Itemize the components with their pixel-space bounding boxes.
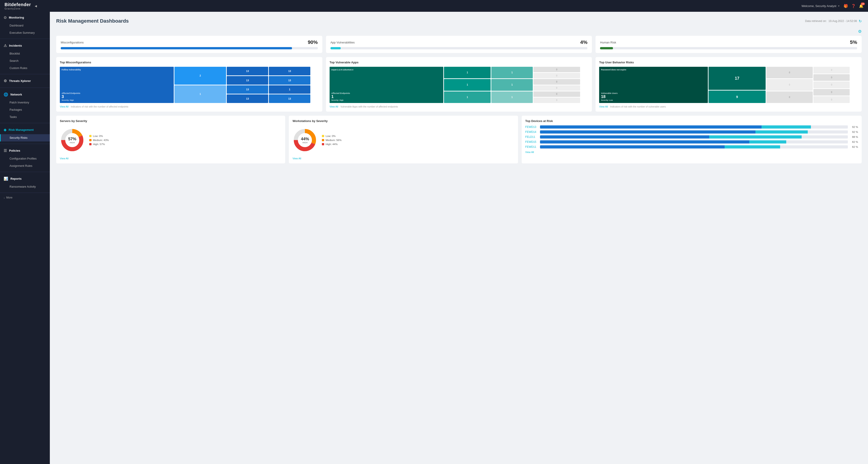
servers-donut-pct: 57%	[68, 137, 76, 141]
sidebar-collapse-btn[interactable]: ◀	[35, 4, 37, 8]
ws-legend-medium-dot	[322, 139, 324, 141]
sidebar-item-patch-inventory[interactable]: Patch Inventory	[0, 99, 50, 106]
workstations-legend-medium-label: Medium: 56%	[326, 139, 341, 141]
sidebar-threats-label: Threats Xplorer	[9, 79, 31, 82]
sidebar-item-security-risks[interactable]: Security Risks	[0, 134, 50, 141]
bottom-row: Servers by Severity	[56, 115, 862, 163]
tm-cell-13b: 13	[227, 76, 268, 85]
device-name-feld11[interactable]: FELD11	[525, 135, 538, 138]
risk-icon: ◈	[4, 128, 6, 132]
sidebar-header-incidents[interactable]: ⚠ Incidents	[0, 41, 50, 50]
servers-legend-high-label: High: 57%	[93, 143, 105, 145]
sidebar-item-dashboard[interactable]: Dashboard	[0, 22, 50, 29]
notification-icon[interactable]: 🔔 18	[859, 4, 864, 8]
user-behavior-view-all[interactable]: View All	[599, 105, 608, 108]
user-label: Welcome, Security Analyst	[801, 4, 836, 8]
metric-misconfigurations-fill	[61, 47, 292, 49]
device-name-fewd13[interactable]: FEWD13	[525, 125, 538, 129]
tm-cell-13g: 13	[269, 94, 310, 103]
ub-cell-0e: 0	[813, 74, 850, 81]
tm-cell-13e: 13	[269, 67, 310, 75]
data-retrieved: Data retrieved on: 19.Aug.2022 - 14:52:0…	[805, 19, 862, 23]
metric-app-vuln-value: 4%	[580, 39, 588, 45]
device-name-fewd11[interactable]: FEWD11	[525, 145, 538, 148]
sidebar-item-custom-rules[interactable]: Custom Rules	[0, 65, 50, 72]
sidebar-section-reports: 📊 Reports Ransomware Activity	[0, 173, 50, 192]
misconfigurations-desc: Indicators of risk with the number of af…	[71, 105, 128, 108]
sidebar-item-executive-summary[interactable]: Executive Summary	[0, 29, 50, 36]
device-name-fewd15[interactable]: FEWD15	[525, 140, 538, 143]
sidebar-risk-label: Risk Management	[9, 128, 34, 132]
data-retrieved-label: Data retrieved on:	[805, 20, 827, 23]
help-icon[interactable]: ❓	[851, 4, 856, 8]
data-retrieved-value: 19.Aug.2022 - 14:52:08	[829, 20, 857, 23]
top-user-behavior-card: Top User Behavior Risks Password does no…	[595, 57, 862, 111]
device-row-fewd15: FEWD15 82 %	[525, 140, 858, 143]
sidebar-header-threats[interactable]: ⚙ Threats Xplorer	[0, 76, 50, 85]
workstations-donut-container: 44% HIGH Low: 0% Medium: 56%	[292, 125, 514, 155]
device-bar-fewd15	[540, 140, 848, 143]
reports-icon: 📊	[4, 176, 8, 181]
vulnerable-apps-view-all[interactable]: View All	[330, 105, 338, 108]
network-icon: 🌐	[4, 92, 8, 97]
monitoring-icon: ⊙	[4, 15, 6, 20]
page-header: Risk Management Dashboards Data retrieve…	[56, 18, 862, 24]
servers-view-all[interactable]: View All	[60, 157, 68, 160]
sidebar-item-packages[interactable]: Packages	[0, 106, 50, 113]
sidebar-item-search[interactable]: Search	[0, 57, 50, 65]
user-menu[interactable]: Welcome, Security Analyst ▼	[801, 4, 840, 8]
ub-main-cell: Password does not expire Vulnerable User…	[599, 67, 708, 103]
more-label: More	[6, 196, 12, 199]
legend-medium-dot	[89, 139, 92, 141]
ub-cell-0h: 0	[813, 96, 850, 103]
sidebar-header-reports[interactable]: 📊 Reports	[0, 174, 50, 183]
top-vulnerable-apps-title: Top Vulnerable Apps	[330, 61, 588, 64]
misconfigurations-view-all[interactable]: View All	[60, 105, 68, 108]
tm-cell-2: 2	[175, 67, 226, 85]
main-content: Risk Management Dashboards Data retrieve…	[50, 12, 868, 464]
workstations-legend: Low: 0% Medium: 56% High: 44%	[322, 135, 341, 145]
sidebar-section-policies: ☰ Policies Configuration Profiles Assign…	[0, 145, 50, 171]
tm-main-cell: Follina Vulnerability Affected Endpoints…	[60, 67, 174, 103]
device-bar-fewd13	[540, 125, 848, 129]
sidebar-item-blocklist[interactable]: Blocklist	[0, 50, 50, 57]
sidebar-network-label: Network	[10, 93, 22, 96]
ub-cell-9: 9	[709, 91, 765, 103]
sidebar-section-incidents: ⚠ Incidents Blocklist Search Custom Rule…	[0, 40, 50, 73]
workstations-footer: View All	[292, 157, 514, 160]
gift-icon[interactable]: 🎁	[843, 4, 848, 8]
ub-affected-label: Vulnerable Users	[601, 92, 618, 94]
device-bar-fewd14	[540, 130, 848, 134]
workstations-view-all[interactable]: View All	[292, 157, 301, 160]
workstations-donut-center: 44% HIGH	[301, 137, 309, 144]
misconfigurations-footer: View All Indicators of risk with the num…	[60, 105, 319, 108]
workstations-donut-sub: HIGH	[301, 141, 309, 144]
sidebar-header-network[interactable]: 🌐 Network	[0, 90, 50, 99]
sidebar-header-policies[interactable]: ☰ Policies	[0, 146, 50, 155]
topbar: Bitdefender GravityZone ◀ Welcome, Secur…	[0, 0, 868, 12]
servers-donut-container: 57% HIGH Low: 0% Medium: 43%	[60, 125, 282, 155]
ub-cell-0f: 0	[813, 81, 850, 88]
sidebar-header-monitoring[interactable]: ⊙ Monitoring	[0, 13, 50, 22]
sidebar-item-tasks[interactable]: Tasks	[0, 113, 50, 121]
sidebar: ⊙ Monitoring Dashboard Executive Summary…	[0, 12, 50, 464]
device-bar-teal-fewd14	[755, 130, 808, 134]
device-pct-fewd13: 92 %	[850, 126, 858, 128]
sidebar-item-config-profiles[interactable]: Configuration Profiles	[0, 155, 50, 162]
devices-view-all[interactable]: View All	[525, 151, 534, 154]
ub-cell-0g: 0	[813, 89, 850, 96]
sidebar-header-risk[interactable]: ◈ Risk Management	[0, 125, 50, 134]
sidebar-item-assignment-rules[interactable]: Assignment Rules	[0, 162, 50, 169]
topbar-right: Welcome, Security Analyst ▼ 🎁 ❓ 🔔 18	[801, 4, 864, 8]
ub-cell-0a: 0	[766, 67, 813, 78]
refresh-icon[interactable]: ↻	[859, 19, 862, 23]
workstations-severity-card: Workstations by Severity 44% HIGH	[289, 115, 518, 163]
workstations-donut-pct: 44%	[301, 137, 309, 141]
metric-human-risk-label: Human Risk	[600, 41, 616, 44]
more-button[interactable]: ↓ More	[0, 194, 50, 201]
workstations-legend-high-label: High: 44%	[326, 143, 338, 145]
sidebar-item-ransomware[interactable]: Ransomware Activity	[0, 183, 50, 190]
device-pct-feld11: 88 %	[850, 136, 858, 138]
settings-icon[interactable]: ⚙	[858, 29, 862, 34]
device-name-fewd14[interactable]: FEWD14	[525, 130, 538, 134]
